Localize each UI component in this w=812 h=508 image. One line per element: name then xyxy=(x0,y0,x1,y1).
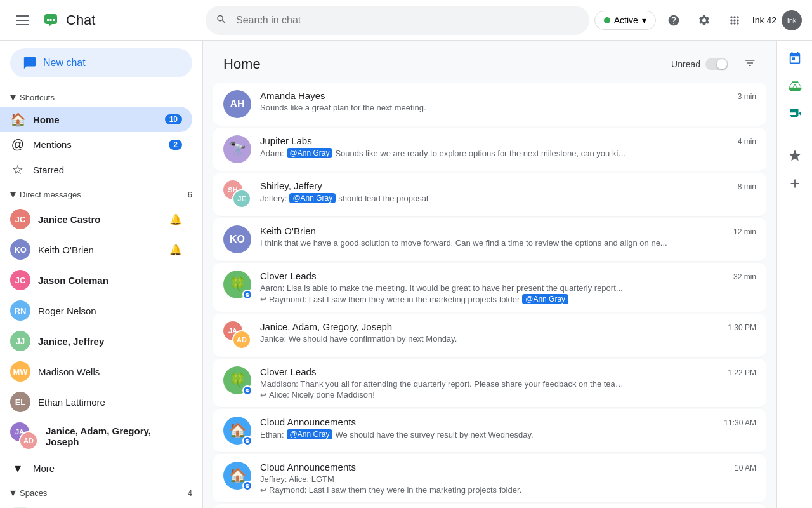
app-title: Chat xyxy=(66,12,95,29)
help-button[interactable] xyxy=(661,8,686,33)
mention-tag: @Ann Gray xyxy=(522,294,568,304)
keith-obrien-chat-content: Keith O'Brien 12 min I think that we hav… xyxy=(260,225,756,248)
chat-item[interactable]: 🍀 Clover Leads 32 min Aaron: Lisa is abl… xyxy=(213,263,766,312)
chat-item[interactable]: 🏠 Cloud Announcements 11:30 AM Ethan: @A… xyxy=(213,409,766,453)
add-panel-button[interactable] xyxy=(782,171,808,196)
chat-item[interactable]: JA AD Janice, Adam, Gregory, Joseph 1:30… xyxy=(213,314,766,358)
star-icon: ☆ xyxy=(10,162,25,177)
chat-item[interactable]: 🔭 Jupiter Labs 4 min Adam: @Ann Gray Sou… xyxy=(213,128,766,171)
chat-list: AH Amanda Hayes 3 min Sounds like a grea… xyxy=(203,83,776,508)
spaces-chevron: ▾ xyxy=(10,486,16,500)
starred-panel-button[interactable] xyxy=(782,143,808,168)
sidebar-item-janice-group[interactable]: JA AD Janice, Adam, Gregory, Joseph xyxy=(0,417,192,455)
sidebar-item-starred[interactable]: ☆ Starred xyxy=(0,157,192,182)
chat-time: 3 min xyxy=(738,92,756,101)
right-panel xyxy=(776,41,812,508)
chat-item[interactable]: SH JE Shirley, Jeffery 8 min Jeffery: @A… xyxy=(213,173,766,217)
ethan-lattimore-avatar: EL xyxy=(10,392,30,412)
sidebar: New chat ▾ Shortcuts 🏠 Home 10 @ Mention… xyxy=(0,41,203,508)
mention-tag: @Ann Gray xyxy=(287,148,333,158)
chat-time: 12 min xyxy=(733,227,756,236)
chat-item[interactable]: 🥽 WebXR playground Yesterday Kaila: Chec… xyxy=(213,504,766,508)
sidebar-item-ethan-lattimore[interactable]: EL Ethan Lattimore xyxy=(0,387,192,417)
chevron-down-icon: ▾ xyxy=(642,15,646,25)
spaces-header[interactable]: ▾ Spaces 4 xyxy=(0,481,202,502)
more-icon: ▾ xyxy=(10,460,25,476)
cloud-ann-1-content: Cloud Announcements 11:30 AM Ethan: @Ann… xyxy=(260,417,756,439)
chat-time: 4 min xyxy=(738,137,756,146)
chat-item[interactable]: KO Keith O'Brien 12 min I think that we … xyxy=(213,218,766,262)
chat-preview: Maddison: Thank you all for attending th… xyxy=(260,379,756,399)
madison-wells-name: Madison Wells xyxy=(38,366,182,377)
chat-item[interactable]: 🍀 Clover Leads 1:22 PM Maddison: Thank y… xyxy=(213,359,766,408)
keith-obrien-name: Keith O'Brien xyxy=(38,244,162,255)
apps-button[interactable] xyxy=(722,8,747,33)
chat-logo xyxy=(41,10,61,30)
sidebar-item-jason-coleman[interactable]: JC Jason Coleman xyxy=(0,265,192,295)
sidebar-item-janice-jeffrey[interactable]: JJ Janice, Jeffrey xyxy=(0,326,192,356)
settings-button[interactable] xyxy=(691,8,717,33)
chat-preview: Janice: We should have confirmation by n… xyxy=(260,334,756,344)
cloud-ann-2-avatar: 🏠 xyxy=(223,462,251,490)
unread-label: Unread xyxy=(671,59,700,69)
keith-obrien-chat-avatar: KO xyxy=(223,225,251,253)
home-badge: 10 xyxy=(165,114,182,124)
janice-group-chat-avatar: JA AD xyxy=(223,321,251,349)
direct-messages-header[interactable]: ▾ Direct messages 6 xyxy=(0,182,202,204)
home-label: Home xyxy=(33,114,157,125)
unread-toggle[interactable]: Unread xyxy=(671,58,728,70)
chat-time: 11:30 AM xyxy=(724,418,756,427)
new-chat-label: New chat xyxy=(43,57,86,69)
search-bar[interactable] xyxy=(206,6,589,35)
sidebar-item-madison-wells[interactable]: MW Madison Wells xyxy=(0,356,192,387)
clover-leads-1-avatar: 🍀 xyxy=(223,271,251,298)
madison-wells-avatar: MW xyxy=(10,361,30,382)
sidebar-item-mentions[interactable]: @ Mentions 2 xyxy=(0,132,192,157)
chat-name: Jupiter Labs xyxy=(260,135,312,146)
sidebar-item-janice-castro[interactable]: JC Janice Castro 🔔 xyxy=(0,204,192,234)
chat-item[interactable]: AH Amanda Hayes 3 min Sounds like a grea… xyxy=(213,83,766,126)
chat-name: Amanda Hayes xyxy=(260,90,325,101)
account-name: Ink 42 xyxy=(752,15,776,25)
chat-name: Clover Leads xyxy=(260,366,316,377)
chat-time: 10 AM xyxy=(735,464,756,472)
chat-item[interactable]: 🏠 Cloud Announcements 10 AM Jeffrey: Ali… xyxy=(213,454,766,503)
roger-nelson-name: Roger Nelson xyxy=(38,305,182,316)
chat-name: Cloud Announcements xyxy=(260,417,356,427)
sidebar-item-project-clover[interactable]: 🍀 Project Clover 🔔 xyxy=(0,502,192,508)
filter-button[interactable] xyxy=(743,57,756,72)
chat-name: Keith O'Brien xyxy=(260,225,316,236)
mentions-badge: 2 xyxy=(169,140,182,150)
hamburger-menu[interactable] xyxy=(10,8,36,33)
meet-button[interactable] xyxy=(782,102,808,127)
status-label: Active xyxy=(614,15,638,25)
mention-tag: @Ann Gray xyxy=(289,193,336,203)
space-badge xyxy=(242,290,252,300)
search-input[interactable] xyxy=(206,6,589,35)
clover-leads-1-content: Clover Leads 32 min Aaron: Lisa is able … xyxy=(260,271,756,304)
sidebar-item-more[interactable]: ▾ More xyxy=(0,455,192,481)
chat-time: 32 min xyxy=(733,272,756,281)
chat-name: Cloud Announcements xyxy=(260,462,356,472)
sidebar-item-keith-obrien[interactable]: KO Keith O'Brien 🔔 xyxy=(0,234,192,265)
chat-preview: Ethan: @Ann Gray We should have the surv… xyxy=(260,429,628,439)
sidebar-item-home[interactable]: 🏠 Home 10 xyxy=(0,107,192,132)
status-button[interactable]: Active ▾ xyxy=(594,11,656,30)
shortcuts-header[interactable]: ▾ Shortcuts xyxy=(0,85,202,107)
home-icon: 🏠 xyxy=(10,112,25,127)
user-avatar[interactable]: Ink xyxy=(782,10,802,30)
mentions-label: Mentions xyxy=(33,139,161,150)
chat-preview: Adam: @Ann Gray Sounds like we are ready… xyxy=(260,148,628,158)
unread-switch[interactable] xyxy=(705,58,728,70)
chat-name: Janice, Adam, Gregory, Joseph xyxy=(260,321,392,332)
new-chat-button[interactable]: New chat xyxy=(10,48,192,77)
drive-button[interactable] xyxy=(782,74,808,99)
main-header: Home Unread xyxy=(203,41,776,83)
calendar-button[interactable] xyxy=(782,46,808,71)
jupiter-labs-avatar: 🔭 xyxy=(223,135,251,163)
cloud-ann-2-content: Cloud Announcements 10 AM Jeffrey: Alice… xyxy=(260,462,756,495)
janice-castro-avatar: JC xyxy=(10,209,30,229)
sidebar-item-roger-nelson[interactable]: RN Roger Nelson xyxy=(0,295,192,326)
chat-name: Clover Leads xyxy=(260,271,316,281)
mentions-icon: @ xyxy=(10,137,25,152)
